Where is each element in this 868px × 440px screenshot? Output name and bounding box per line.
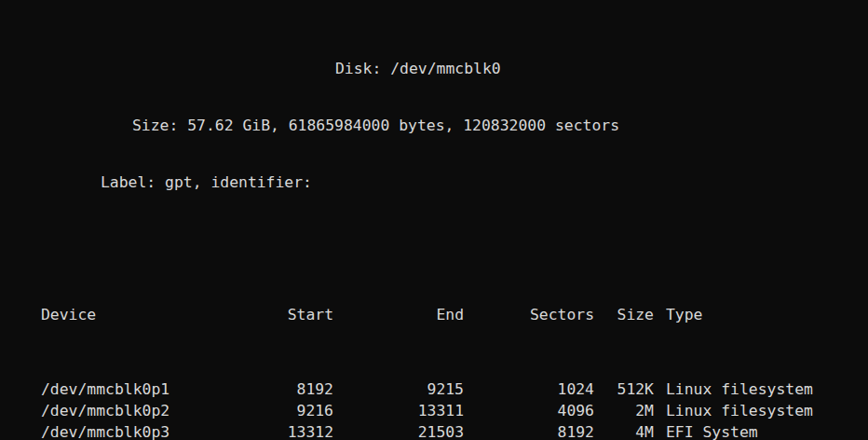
type-column-header: Type bbox=[666, 304, 868, 325]
device-cell: /dev/mmcblk0p3 bbox=[41, 421, 207, 440]
start-cell: 13312 bbox=[207, 421, 333, 440]
pointer-column bbox=[0, 304, 41, 325]
type-cell: Linux filesystem bbox=[666, 378, 868, 400]
size-cell: 2M bbox=[594, 400, 654, 421]
table-header-row: DeviceStartEndSectorsSizeType bbox=[0, 304, 868, 325]
end-cell: 21503 bbox=[333, 421, 464, 440]
selection-pointer bbox=[0, 400, 41, 421]
end-cell: 13311 bbox=[333, 400, 464, 421]
type-cell: EFI System bbox=[666, 421, 868, 440]
start-cell: 9216 bbox=[207, 400, 333, 421]
selection-pointer bbox=[0, 421, 41, 440]
sectors-cell: 4096 bbox=[464, 400, 594, 421]
device-column-header: Device bbox=[41, 304, 207, 325]
start-cell: 8192 bbox=[207, 378, 333, 400]
type-cell: Linux filesystem bbox=[666, 400, 868, 421]
disk-label-info: Label: gpt, identifier: bbox=[0, 172, 868, 193]
sectors-cell: 1024 bbox=[464, 378, 594, 400]
start-column-header: Start bbox=[207, 304, 333, 325]
size-cell: 4M bbox=[594, 421, 654, 440]
size-cell: 512K bbox=[594, 378, 654, 400]
disk-title: Disk: /dev/mmcblk0 bbox=[0, 58, 868, 79]
blank-line bbox=[0, 229, 868, 251]
selection-pointer bbox=[0, 378, 41, 400]
partition-row[interactable]: /dev/mmcblk0p292161331140962MLinux files… bbox=[0, 400, 868, 421]
partition-row[interactable]: /dev/mmcblk0p3133122150381924MEFI System bbox=[0, 421, 868, 440]
sectors-cell: 8192 bbox=[464, 421, 594, 440]
sectors-column-header: Sectors bbox=[464, 304, 594, 325]
device-cell: /dev/mmcblk0p1 bbox=[41, 378, 207, 400]
size-column-header: Size bbox=[594, 304, 654, 325]
partition-table: /dev/mmcblk0p1819292151024512KLinux file… bbox=[0, 378, 868, 440]
end-column-header: End bbox=[333, 304, 464, 325]
partition-row[interactable]: /dev/mmcblk0p1819292151024512KLinux file… bbox=[0, 378, 868, 400]
end-cell: 9215 bbox=[333, 378, 464, 400]
disk-size-info: Size: 57.62 GiB, 61865984000 bytes, 1208… bbox=[0, 115, 868, 136]
device-cell: /dev/mmcblk0p2 bbox=[41, 400, 207, 421]
cfdisk-terminal: Disk: /dev/mmcblk0 Size: 57.62 GiB, 6186… bbox=[0, 0, 868, 440]
